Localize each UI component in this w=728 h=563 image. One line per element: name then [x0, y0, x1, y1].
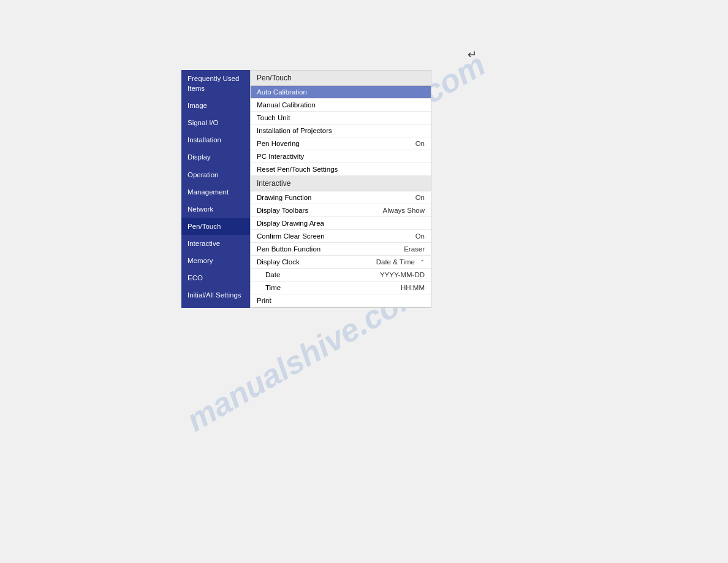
row-date[interactable]: Date YYYY-MM-DD — [251, 269, 431, 282]
sidebar-item-eco[interactable]: ECO — [181, 269, 250, 286]
sidebar-item-network[interactable]: Network — [181, 201, 250, 218]
row-manual-calibration[interactable]: Manual Calibration — [251, 99, 431, 112]
row-print[interactable]: Print — [251, 294, 431, 307]
sidebar-item-display[interactable]: Display — [181, 148, 250, 166]
row-drawing-function[interactable]: Drawing Function On — [251, 191, 431, 204]
row-display-toolbars[interactable]: Display Toolbars Always Show — [251, 204, 431, 217]
pen-touch-section-header: Pen/Touch — [251, 71, 431, 86]
interactive-section-header: Interactive — [251, 176, 431, 191]
sidebar-item-image[interactable]: Image — [181, 97, 250, 114]
sidebar-item-signal-io[interactable]: Signal I/O — [181, 114, 250, 131]
expand-icon-display-clock: ⌃ — [420, 259, 425, 266]
sidebar-item-frequently-used-items[interactable]: Frequently Used Items — [181, 70, 250, 97]
row-pc-interactivity[interactable]: PC Interactivity — [251, 150, 431, 163]
row-confirm-clear-screen[interactable]: Confirm Clear Screen On — [251, 230, 431, 243]
main-content: Pen/Touch Auto Calibration Manual Calibr… — [250, 70, 431, 308]
row-touch-unit[interactable]: Touch Unit — [251, 112, 431, 124]
row-installation-of-projectors[interactable]: Installation of Projectors — [251, 124, 431, 137]
sidebar-item-operation[interactable]: Operation — [181, 166, 250, 183]
sidebar-item-pen-touch[interactable]: Pen/Touch — [181, 218, 250, 235]
sidebar: Frequently Used Items Image Signal I/O I… — [181, 70, 250, 308]
row-auto-calibration[interactable]: Auto Calibration — [251, 86, 431, 99]
enter-icon-top: ↵ — [468, 48, 477, 61]
sidebar-item-memory[interactable]: Memory — [181, 252, 250, 269]
row-pen-hovering[interactable]: Pen Hovering On — [251, 137, 431, 150]
row-reset-pen-touch-settings[interactable]: Reset Pen/Touch Settings — [251, 163, 431, 176]
row-display-clock[interactable]: Display Clock Date & Time ⌃ — [251, 256, 431, 269]
ui-panel: Frequently Used Items Image Signal I/O I… — [181, 70, 431, 308]
row-pen-button-function[interactable]: Pen Button Function Eraser — [251, 243, 431, 256]
sidebar-item-initial-all-settings[interactable]: Initial/All Settings — [181, 286, 250, 304]
row-display-drawing-area[interactable]: Display Drawing Area — [251, 217, 431, 230]
row-time[interactable]: Time HH:MM — [251, 282, 431, 294]
sidebar-item-interactive[interactable]: Interactive — [181, 235, 250, 252]
sidebar-item-management[interactable]: Management — [181, 183, 250, 201]
sidebar-item-installation[interactable]: Installation — [181, 131, 250, 148]
